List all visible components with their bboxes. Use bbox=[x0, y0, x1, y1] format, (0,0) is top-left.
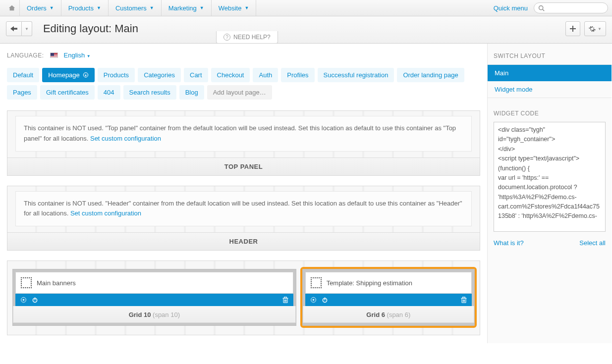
set-custom-config-link[interactable]: Set custom configuration bbox=[70, 209, 141, 217]
back-dropdown-button[interactable]: ▼ bbox=[22, 21, 32, 36]
svg-rect-22 bbox=[463, 297, 465, 298]
svg-point-14 bbox=[312, 299, 314, 301]
search-input[interactable] bbox=[534, 2, 608, 13]
grid-label: Grid 10 (span 10) bbox=[13, 306, 296, 323]
svg-point-5 bbox=[23, 299, 25, 301]
caret-down-icon: ▼ bbox=[244, 5, 249, 10]
tab-auth[interactable]: Auth bbox=[253, 68, 278, 82]
language-label: LANGUAGE: bbox=[7, 52, 44, 59]
need-help-tab[interactable]: ?NEED HELP? bbox=[216, 31, 278, 44]
block-toolbar bbox=[15, 294, 293, 306]
gear-icon[interactable] bbox=[20, 297, 27, 303]
gear-icon[interactable] bbox=[310, 297, 317, 303]
grid-column-6-highlighted[interactable]: Template: Shipping estimation Grid 6 (sp… bbox=[302, 269, 475, 326]
back-button[interactable] bbox=[6, 21, 22, 36]
flag-us-icon bbox=[50, 52, 58, 58]
tab-gift-certificates[interactable]: Gift certificates bbox=[40, 85, 95, 100]
tab-profiles[interactable]: Profiles bbox=[281, 68, 314, 82]
top-panel-title: TOP PANEL bbox=[7, 157, 480, 175]
power-icon[interactable] bbox=[322, 297, 328, 303]
tab-404[interactable]: 404 bbox=[98, 85, 120, 100]
nav-customers[interactable]: Customers▼ bbox=[109, 0, 162, 16]
block-toolbar bbox=[305, 294, 472, 306]
grid-column-10[interactable]: Main banners Grid 10 (span 10) bbox=[12, 269, 296, 326]
svg-point-4 bbox=[85, 74, 86, 76]
nav-website[interactable]: Website▼ bbox=[212, 0, 257, 16]
home-icon[interactable] bbox=[4, 0, 20, 16]
trash-icon[interactable] bbox=[282, 297, 288, 303]
svg-rect-13 bbox=[284, 297, 286, 298]
tab-add-layout-page[interactable]: Add layout page… bbox=[207, 85, 272, 100]
power-icon[interactable] bbox=[32, 297, 38, 303]
layout-item-widget-mode[interactable]: Widget mode bbox=[488, 81, 612, 98]
layout-page-tabs: Default Homepage Products Categories Car… bbox=[7, 68, 480, 100]
block-shipping-estimation[interactable]: Template: Shipping estimation bbox=[305, 272, 472, 294]
container-top-panel: This container is NOT used. "Top panel" … bbox=[7, 110, 480, 176]
tab-checkout[interactable]: Checkout bbox=[211, 68, 250, 82]
switch-layout-title: SWITCH LAYOUT bbox=[494, 52, 606, 59]
page-title: Editing layout: Main bbox=[43, 22, 138, 35]
nav-orders[interactable]: Orders▼ bbox=[20, 0, 61, 16]
add-button[interactable] bbox=[565, 21, 580, 36]
svg-line-1 bbox=[543, 9, 544, 10]
tab-products[interactable]: Products bbox=[98, 68, 135, 82]
tab-cart[interactable]: Cart bbox=[184, 68, 208, 82]
question-icon: ? bbox=[223, 34, 230, 41]
caret-down-icon: ▼ bbox=[150, 5, 154, 10]
layout-item-main[interactable]: Main bbox=[488, 65, 612, 81]
gear-icon bbox=[83, 72, 89, 78]
header-title: HEADER bbox=[7, 232, 480, 250]
select-all-link[interactable]: Select all bbox=[579, 239, 606, 247]
what-is-it-link[interactable]: What is it? bbox=[494, 239, 524, 247]
tab-blog[interactable]: Blog bbox=[179, 85, 204, 100]
page-header: ▼ Editing layout: Main ▼ ?NEED HELP? bbox=[0, 16, 612, 44]
search-icon bbox=[538, 5, 545, 11]
block-title: Template: Shipping estimation bbox=[327, 279, 412, 287]
sidebar: SWITCH LAYOUT Main Widget mode WIDGET CO… bbox=[488, 44, 612, 343]
svg-point-0 bbox=[539, 5, 543, 9]
caret-down-icon: ▼ bbox=[200, 5, 204, 10]
top-navbar: Orders▼ Products▼ Customers▼ Marketing▼ … bbox=[0, 0, 612, 16]
block-main-banners[interactable]: Main banners bbox=[15, 272, 293, 294]
settings-button[interactable]: ▼ bbox=[584, 21, 606, 36]
tab-default[interactable]: Default bbox=[7, 68, 39, 82]
drag-handle-icon[interactable] bbox=[21, 277, 32, 288]
set-custom-config-link[interactable]: Set custom configuration bbox=[90, 135, 161, 142]
language-selector: LANGUAGE: English ▼ bbox=[7, 52, 480, 59]
nav-marketing[interactable]: Marketing▼ bbox=[162, 0, 212, 16]
top-panel-notice: This container is NOT used. "Top panel" … bbox=[15, 116, 472, 152]
tab-search-results[interactable]: Search results bbox=[123, 85, 176, 100]
tab-categories[interactable]: Categories bbox=[138, 68, 181, 82]
trash-icon[interactable] bbox=[461, 297, 467, 303]
caret-down-icon: ▼ bbox=[50, 5, 54, 10]
tab-pages[interactable]: Pages bbox=[7, 85, 37, 100]
language-link[interactable]: English ▼ bbox=[64, 52, 91, 59]
content-grid-container: Main banners Grid 10 (span 10) Template:… bbox=[7, 260, 480, 335]
nav-products[interactable]: Products▼ bbox=[61, 0, 109, 16]
widget-code-textarea[interactable] bbox=[494, 122, 606, 232]
tab-order-landing[interactable]: Order landing page bbox=[397, 68, 464, 82]
tab-successful-registration[interactable]: Successful registration bbox=[318, 68, 394, 82]
widget-code-title: WIDGET CODE bbox=[494, 110, 606, 117]
drag-handle-icon[interactable] bbox=[311, 277, 322, 288]
tab-homepage[interactable]: Homepage bbox=[42, 68, 95, 82]
caret-down-icon: ▼ bbox=[97, 5, 101, 10]
block-title: Main banners bbox=[37, 279, 76, 287]
quick-menu-link[interactable]: Quick menu bbox=[494, 4, 528, 12]
container-header: This container is NOT used. "Header" con… bbox=[7, 186, 480, 251]
grid-label: Grid 6 (span 6) bbox=[303, 306, 474, 323]
header-notice: This container is NOT used. "Header" con… bbox=[15, 191, 472, 227]
svg-rect-3 bbox=[570, 28, 576, 29]
switch-layout-list: Main Widget mode bbox=[488, 64, 612, 98]
